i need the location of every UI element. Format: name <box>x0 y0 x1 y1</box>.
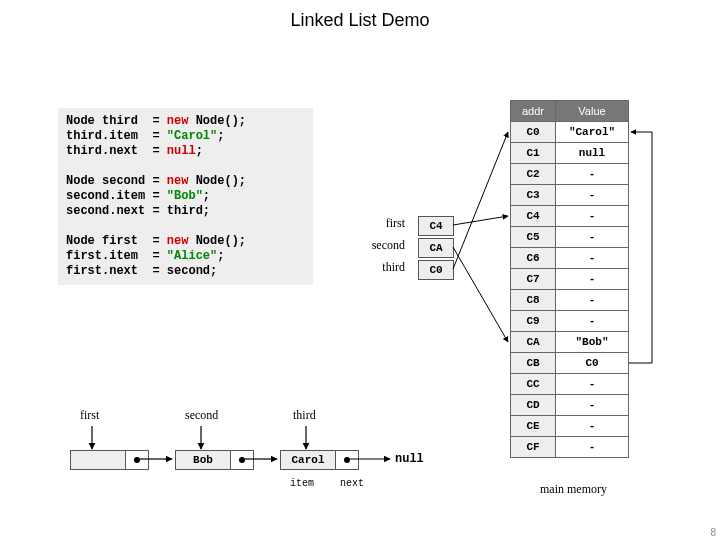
memory-row: C8- <box>511 290 629 311</box>
node-next <box>336 451 358 469</box>
memory-table: addr Value C0"Carol"C1nullC2-C3-C4-C5-C6… <box>510 100 629 458</box>
memory-row: C1null <box>511 143 629 164</box>
memory-addr: C1 <box>511 143 556 164</box>
memory-addr: C2 <box>511 164 556 185</box>
dia-label-third: third <box>293 408 316 423</box>
memory-addr: C3 <box>511 185 556 206</box>
page-number: 8 <box>710 527 716 538</box>
node-item: Bob <box>176 451 231 469</box>
memory-addr: C7 <box>511 269 556 290</box>
code-token: null <box>167 144 196 158</box>
memory-row: C7- <box>511 269 629 290</box>
pointer-dot-icon <box>134 457 140 463</box>
arrow-icon <box>629 132 652 363</box>
arrow-icon <box>453 132 508 269</box>
memory-value: - <box>556 164 629 185</box>
code-token: new <box>160 234 196 248</box>
memory-value: "Carol" <box>556 122 629 143</box>
code-token: Node second <box>66 174 152 188</box>
code-token: "Bob" <box>167 189 203 203</box>
code-token: Node third <box>66 114 152 128</box>
memory-addr: C0 <box>511 122 556 143</box>
code-token: Node <box>196 114 225 128</box>
memory-value: - <box>556 227 629 248</box>
memory-addr: C8 <box>511 290 556 311</box>
memory-caption: main memory <box>540 482 607 497</box>
code-token: Node <box>196 234 225 248</box>
memory-value: - <box>556 416 629 437</box>
ptr-box-third: C0 <box>418 260 454 280</box>
memory-row: C4- <box>511 206 629 227</box>
item-caption: item <box>290 478 314 489</box>
code-token: "Carol" <box>167 129 217 143</box>
memory-row: C9- <box>511 311 629 332</box>
list-node-first <box>70 450 149 470</box>
memory-addr: C4 <box>511 206 556 227</box>
memory-value: C0 <box>556 353 629 374</box>
memory-row: C6- <box>511 248 629 269</box>
memory-row: C5- <box>511 227 629 248</box>
node-next <box>231 451 253 469</box>
memory-value: - <box>556 290 629 311</box>
ptr-label-second: second <box>355 238 405 253</box>
memory-row: C0"Carol" <box>511 122 629 143</box>
memory-row: CC- <box>511 374 629 395</box>
ptr-box-first: C4 <box>418 216 454 236</box>
memory-value: - <box>556 248 629 269</box>
memory-addr: C9 <box>511 311 556 332</box>
dia-label-second: second <box>185 408 218 423</box>
memory-addr: CD <box>511 395 556 416</box>
code-token: second.next <box>66 204 152 218</box>
code-token: (); <box>224 114 246 128</box>
list-node-third: Carol <box>280 450 359 470</box>
memory-row: CE- <box>511 416 629 437</box>
code-token: ; <box>203 189 210 203</box>
node-next <box>126 451 148 469</box>
memory-value: null <box>556 143 629 164</box>
memory-value: - <box>556 437 629 458</box>
memory-header-value: Value <box>556 101 629 122</box>
code-token: ; <box>217 129 224 143</box>
memory-value: - <box>556 311 629 332</box>
code-token: second.item <box>66 189 152 203</box>
page-title: Linked List Demo <box>0 10 720 31</box>
code-token: third.next <box>66 144 152 158</box>
memory-value: - <box>556 395 629 416</box>
memory-row: CF- <box>511 437 629 458</box>
code-token: Node first <box>66 234 152 248</box>
memory-row: CA"Bob" <box>511 332 629 353</box>
code-token: new <box>160 114 196 128</box>
next-caption: next <box>340 478 364 489</box>
memory-value: - <box>556 206 629 227</box>
ptr-box-second: CA <box>418 238 454 258</box>
arrow-icon <box>453 216 508 225</box>
code-token: Node <box>196 174 225 188</box>
code-token: "Alice" <box>167 249 217 263</box>
ptr-label-third: third <box>355 260 405 275</box>
memory-addr: CB <box>511 353 556 374</box>
memory-header-addr: addr <box>511 101 556 122</box>
code-token: second; <box>167 264 217 278</box>
code-token: first.item <box>66 249 152 263</box>
code-token: ; <box>217 249 224 263</box>
null-label: null <box>395 452 424 466</box>
memory-row: C2- <box>511 164 629 185</box>
code-token: third; <box>167 204 210 218</box>
memory-addr: CA <box>511 332 556 353</box>
code-token: (); <box>224 234 246 248</box>
memory-value: - <box>556 269 629 290</box>
code-token: new <box>160 174 196 188</box>
memory-addr: C6 <box>511 248 556 269</box>
code-token: ; <box>196 144 203 158</box>
memory-addr: CF <box>511 437 556 458</box>
ptr-label-first: first <box>355 216 405 231</box>
node-item: Carol <box>281 451 336 469</box>
memory-addr: C5 <box>511 227 556 248</box>
memory-row: CBC0 <box>511 353 629 374</box>
memory-value: - <box>556 185 629 206</box>
list-node-second: Bob <box>175 450 254 470</box>
dia-label-first: first <box>80 408 99 423</box>
code-block: Node third = new Node(); third.item = "C… <box>58 108 313 285</box>
memory-row: CD- <box>511 395 629 416</box>
pointer-dot-icon <box>239 457 245 463</box>
